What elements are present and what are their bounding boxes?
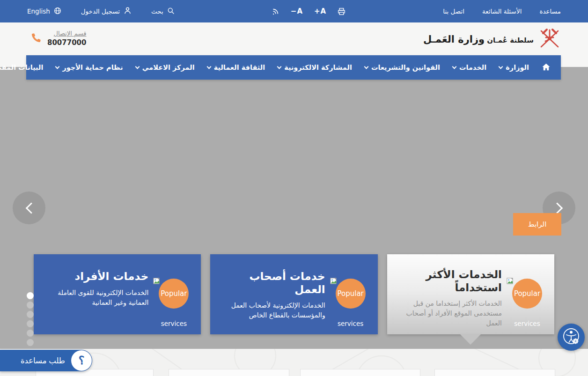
nav-label: المشاركة الالكترونية (284, 64, 352, 71)
broken-image-icon (153, 278, 160, 287)
nav-item-services[interactable]: الخدمات (453, 64, 486, 71)
popular-services-badge: Popular services (154, 279, 189, 334)
service-cards-row: Popular services الخدمات الأكثر استخداما… (34, 254, 554, 334)
accessibility-settings-button[interactable] (558, 324, 585, 351)
card-employer-services[interactable]: Popular services خدمات أصحاب العمل الخدم… (210, 254, 377, 334)
print-button[interactable] (338, 7, 345, 15)
nav-label: القوانين والتشريعات (371, 64, 440, 71)
badge-popular-label: Popular (514, 289, 540, 298)
nav-home[interactable] (542, 63, 551, 73)
badge-services-label: services (336, 320, 366, 327)
carousel-dots (27, 292, 34, 346)
contact-link[interactable]: اتصل بنا (443, 7, 464, 15)
card-title: خدمات أصحاب العمل (216, 270, 325, 296)
language-label: English (27, 7, 50, 15)
carousel-dot-5[interactable] (27, 330, 34, 337)
carousel-dot-2[interactable] (27, 302, 34, 309)
rss-button[interactable] (272, 7, 279, 15)
search-button[interactable]: بحث (151, 7, 175, 16)
login-button[interactable]: تسجيل الدخول (81, 7, 132, 16)
chevron-left-icon (25, 202, 37, 214)
chevron-down-icon (135, 64, 140, 69)
card-subtitle: الخدمات الأكثر إستخداما من قبل مستخدمى ا… (393, 299, 502, 328)
topbar-user-tools: بحث تسجيل الدخول English (27, 7, 175, 16)
broken-image-icon (330, 278, 337, 287)
badge-services-label: services (159, 320, 189, 327)
request-help-button[interactable]: ؟ طلب مساعدة (0, 350, 92, 371)
chevron-down-icon (206, 64, 211, 69)
help-link-label: مساعدة (539, 7, 561, 15)
language-switch[interactable]: English (27, 7, 61, 16)
font-decrease-label: A− (291, 7, 303, 15)
search-icon (167, 7, 175, 16)
card-title: الخدمات الأكثر استخداماً (393, 268, 502, 294)
logo-ministry: وزارة العَمـل (423, 34, 485, 45)
rss-icon (272, 7, 279, 15)
font-increase-label: A+ (314, 7, 326, 15)
card-most-used-services[interactable]: Popular services الخدمات الأكثر استخداما… (387, 254, 554, 334)
nav-label: الوزارة (506, 64, 529, 71)
contact-link-label: اتصل بنا (443, 7, 464, 15)
nav-item-labour-culture[interactable]: الثقافة العمالية (207, 64, 265, 71)
carousel-dot-1[interactable] (27, 292, 34, 299)
badge-popular-label: Popular (161, 289, 187, 298)
card-individual-services[interactable]: Popular services خدمات الأفراد الخدمات ا… (34, 254, 201, 334)
topbar-tools: A+ A− (272, 7, 345, 15)
user-icon (124, 7, 132, 16)
main-nav: الوزارة الخدمات القوانين والتشريعات المش… (26, 55, 561, 80)
home-icon (542, 63, 551, 73)
request-help-label: طلب مساعدة (21, 356, 65, 365)
phone-icon (30, 31, 43, 46)
popular-services-badge: Popular services (331, 279, 366, 334)
ministry-logo-text: سلطنة عُمـان وزارة العَمـل (423, 33, 534, 45)
card-subtitle: الخدمات الإلكترونية لأصحاب العمل والمؤسس… (216, 301, 325, 320)
carousel-dot-3[interactable] (27, 311, 34, 318)
carousel-dot-4[interactable] (27, 320, 34, 327)
popular-services-badge: Popular services (507, 279, 542, 334)
font-increase-button[interactable]: A+ (314, 7, 326, 15)
card-title: خدمات الأفراد (39, 270, 148, 283)
help-link[interactable]: مساعدة (539, 7, 561, 15)
chevron-down-icon (55, 64, 60, 69)
hero-link-button[interactable]: الرابط (513, 213, 561, 236)
login-label: تسجيل الدخول (81, 7, 120, 15)
ministry-logo[interactable]: سلطنة عُمـان وزارة العَمـل (423, 27, 562, 52)
badge-services-label: services (512, 320, 542, 327)
chevron-down-icon (364, 64, 368, 69)
content-card-partial[interactable] (300, 369, 420, 376)
broken-image-icon (507, 278, 514, 287)
nav-item-laws[interactable]: القوانين والتشريعات (365, 64, 440, 71)
nav-item-open-data[interactable]: البيانات المفتوحة (0, 64, 43, 71)
accessibility-icon (561, 326, 581, 348)
topbar: مساعدة الأسئلة الشائعة اتصل بنا A+ A− (0, 0, 588, 22)
contact-phone-block: قسم الإتصال 80077000 (30, 30, 87, 47)
hero-link-label: الرابط (528, 220, 547, 229)
contact-phone-number: 80077000 (47, 38, 87, 47)
question-glyph: ؟ (79, 354, 85, 367)
carousel-prev-button[interactable] (13, 192, 45, 224)
nav-label: الثقافة العمالية (214, 64, 265, 71)
nav-label: المركز الاعلامي (142, 64, 195, 71)
topbar-help-links: مساعدة الأسئلة الشائعة اتصل بنا (443, 7, 561, 15)
nav-item-ministry[interactable]: الوزارة (499, 64, 529, 71)
search-label: بحث (151, 7, 163, 15)
content-card-partial[interactable] (434, 369, 555, 376)
chevron-down-icon (277, 64, 282, 69)
nav-item-media-center[interactable]: المركز الاعلامي (136, 64, 195, 71)
nav-item-eparticipation[interactable]: المشاركة الالكترونية (278, 64, 352, 71)
content-card-partial[interactable] (169, 369, 289, 376)
contact-department-link[interactable]: قسم الإتصال (47, 30, 87, 37)
globe-icon (54, 7, 61, 16)
card-subtitle: الخدمات الإلكترونية للقوى العاملة العمان… (39, 288, 148, 308)
chevron-down-icon (452, 64, 457, 69)
question-head-icon: ؟ (71, 350, 92, 371)
logo-country: سلطنة عُمـان (487, 36, 534, 44)
chevron-down-icon (499, 64, 503, 69)
print-icon (338, 7, 345, 15)
nav-label: نظام حماية الأجور (62, 64, 123, 71)
nav-label: الخدمات (459, 64, 486, 71)
carousel-dot-6[interactable] (27, 339, 34, 346)
faq-link[interactable]: الأسئلة الشائعة (482, 7, 522, 15)
nav-item-wage-protection[interactable]: نظام حماية الأجور (56, 64, 123, 71)
font-decrease-button[interactable]: A− (291, 7, 303, 15)
